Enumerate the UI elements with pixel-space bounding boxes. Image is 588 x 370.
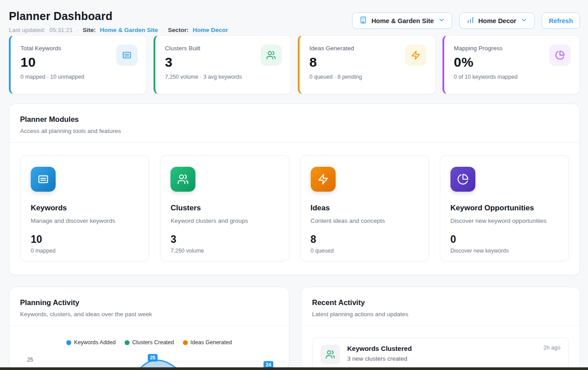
stat-subtitle: 7,250 volume · 3 avg keywords xyxy=(165,74,282,80)
legend-dot xyxy=(66,340,71,345)
site-selector-dropdown[interactable]: Home & Garden Site xyxy=(352,12,452,29)
module-value: 0 xyxy=(450,233,558,245)
legend-dot xyxy=(125,340,130,345)
module-card-keywords[interactable]: Keywords Manage and discover keywords 10… xyxy=(20,155,149,261)
meta-separator: · xyxy=(77,27,79,33)
planning-activity-header: Planning Activity Keywords, clusters, an… xyxy=(9,287,289,326)
stat-cards-row: Total Keywords 10 0 mapped · 10 unmapped… xyxy=(9,35,580,94)
sector-selector-dropdown[interactable]: Home Decor xyxy=(459,12,535,29)
sector-selector-label: Home Decor xyxy=(479,17,516,24)
site-selector-label: Home & Garden Site xyxy=(371,17,434,24)
legend-item-ideas-generated: Ideas Generated xyxy=(183,339,232,346)
list-icon xyxy=(116,44,138,66)
topbar: Planner Dashboard Last updated: 05:31:21… xyxy=(9,9,580,33)
stat-subtitle: 0 of 10 keywords mapped xyxy=(454,74,571,80)
legend-dot xyxy=(183,340,188,345)
section-title: Planner Modules xyxy=(20,115,569,124)
recent-activity-header: Recent Activity Latest planning actions … xyxy=(301,287,580,326)
pie-chart-icon xyxy=(450,167,475,192)
header-left: Planner Dashboard Last updated: 05:31:21… xyxy=(9,9,228,33)
module-note: 7,250 volume xyxy=(170,248,278,254)
legend-item-clusters-created: Clusters Created xyxy=(125,339,174,346)
stat-card-total-keywords: Total Keywords 10 0 mapped · 10 unmapped xyxy=(9,35,147,94)
planner-modules-panel: Planner Modules Access all planning tool… xyxy=(9,104,580,275)
module-card-keyword-opportunities[interactable]: Keyword Opportunities Discover new keywo… xyxy=(440,155,569,261)
section-subtitle: Access all planning tools and features xyxy=(20,128,569,134)
last-updated-label: Last updated: xyxy=(9,27,45,33)
module-note: Discover new keywords xyxy=(450,248,558,254)
section-subtitle: Keywords, clusters, and ideas over the p… xyxy=(20,311,278,318)
list-icon xyxy=(31,167,56,192)
site-label: Site: xyxy=(83,27,96,33)
stat-card-ideas-generated: Ideas Generated 8 0 queued · 8 pending xyxy=(298,35,436,94)
sector-label: Sector: xyxy=(168,27,189,33)
users-icon xyxy=(170,167,195,192)
toolbar: Home & Garden Site Home Decor Refresh xyxy=(352,12,580,29)
module-title: Ideas xyxy=(311,204,418,213)
activity-title: Keywords Clustered xyxy=(347,345,412,352)
stat-subtitle: 0 mapped · 10 unmapped xyxy=(20,74,138,80)
legend-label: Ideas Generated xyxy=(191,339,232,346)
page-title: Planner Dashboard xyxy=(9,10,228,23)
zap-icon xyxy=(311,167,336,192)
meta-separator: · xyxy=(162,27,164,33)
planning-activity-panel: Planning Activity Keywords, clusters, an… xyxy=(9,287,289,370)
module-description: Content ideas and concepts xyxy=(311,217,418,224)
building-icon xyxy=(359,16,367,25)
section-title: Recent Activity xyxy=(312,298,569,307)
module-title: Keyword Opportunities xyxy=(450,204,558,213)
site-link[interactable]: Home & Garden Site xyxy=(100,27,158,33)
activity-content: Keywords Clustered 2h ago 3 new clusters… xyxy=(347,345,560,364)
module-title: Keywords xyxy=(31,204,138,213)
chart-legend: Keywords Added Clusters Created Ideas Ge… xyxy=(9,339,289,346)
activity-description: 3 new clusters created xyxy=(347,355,560,362)
legend-item-keywords-added: Keywords Added xyxy=(66,339,116,346)
bottom-row: Planning Activity Keywords, clusters, an… xyxy=(9,287,580,370)
zap-icon xyxy=(405,44,426,66)
module-card-clusters[interactable]: Clusters Keyword clusters and groups 3 7… xyxy=(160,155,289,261)
module-value: 10 xyxy=(31,233,138,245)
module-note: 0 queued xyxy=(311,248,418,254)
divider xyxy=(9,326,289,326)
bar-chart-icon xyxy=(466,16,474,25)
stat-card-mapping-progress: Mapping Progress 0% 0 of 10 keywords map… xyxy=(442,35,580,94)
refresh-button[interactable]: Refresh xyxy=(542,12,580,29)
legend-label: Clusters Created xyxy=(132,339,174,346)
planner-dashboard-page: Planner Dashboard Last updated: 05:31:21… xyxy=(0,0,588,370)
modules-grid: Keywords Manage and discover keywords 10… xyxy=(9,143,580,275)
last-updated-value: 05:31:21 xyxy=(49,27,73,33)
module-card-ideas[interactable]: Ideas Content ideas and concepts 8 0 que… xyxy=(300,155,429,261)
module-value: 3 xyxy=(170,233,278,245)
window-edge-bar xyxy=(0,367,588,370)
users-icon xyxy=(320,345,340,364)
activity-timestamp: 2h ago xyxy=(543,345,560,351)
recent-activity-panel: Recent Activity Latest planning actions … xyxy=(301,287,580,370)
module-value: 8 xyxy=(311,233,418,245)
section-title: Planning Activity xyxy=(20,298,278,307)
data-point-label: 25 xyxy=(148,354,158,362)
chevron-down-icon xyxy=(438,16,445,25)
module-description: Keyword clusters and groups xyxy=(170,217,278,224)
pie-chart-icon xyxy=(549,44,571,66)
chevron-down-icon xyxy=(520,16,527,25)
breadcrumb-meta: Last updated: 05:31:21 · Site: Home & Ga… xyxy=(9,27,228,33)
module-note: 0 mapped xyxy=(31,248,138,254)
users-icon xyxy=(260,44,282,66)
stat-card-clusters-built: Clusters Built 3 7,250 volume · 3 avg ke… xyxy=(154,35,292,94)
module-description: Discover new keyword opportunities xyxy=(450,217,558,224)
module-title: Clusters xyxy=(170,204,278,213)
section-subtitle: Latest planning actions and updates xyxy=(312,311,569,318)
recent-activity-list: Keywords Clustered 2h ago 3 new clusters… xyxy=(301,326,580,370)
refresh-button-label: Refresh xyxy=(549,17,573,24)
stat-subtitle: 0 queued · 8 pending xyxy=(309,74,426,80)
legend-label: Keywords Added xyxy=(74,339,116,346)
module-description: Manage and discover keywords xyxy=(31,217,138,224)
sector-link[interactable]: Home Decor xyxy=(193,27,228,33)
planner-modules-header: Planner Modules Access all planning tool… xyxy=(9,104,580,142)
activity-item-keywords-clustered: Keywords Clustered 2h ago 3 new clusters… xyxy=(312,338,569,370)
